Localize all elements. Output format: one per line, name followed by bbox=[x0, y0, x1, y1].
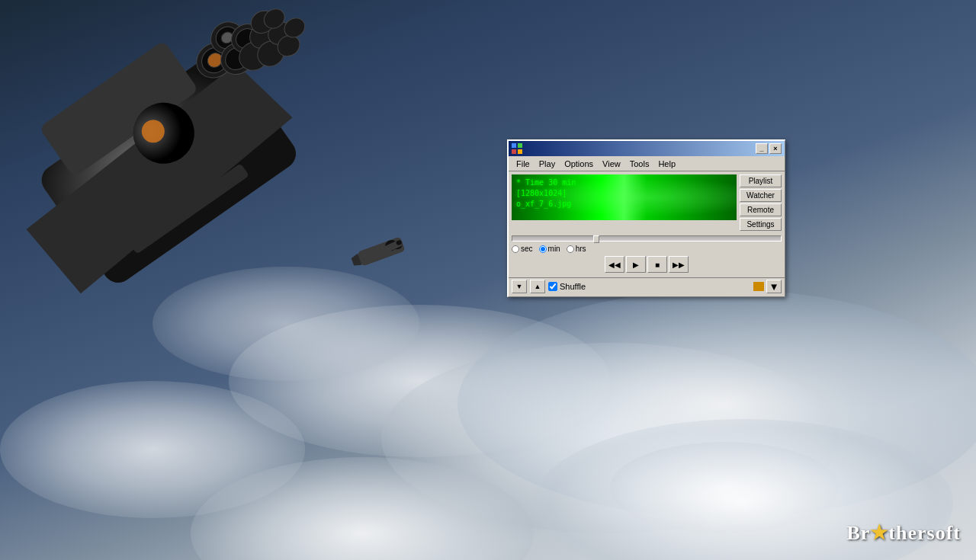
radio-sec-text: sec bbox=[521, 245, 533, 253]
app-icon bbox=[512, 143, 522, 154]
shuffle-label[interactable]: Shuffle bbox=[548, 282, 586, 291]
menu-help[interactable]: Help bbox=[653, 158, 680, 170]
title-bar: _ × bbox=[509, 141, 785, 156]
preview-text-overlay: * Time 30 min [1280x1024] o_xf_7_6.jpg bbox=[516, 178, 576, 210]
menu-options[interactable]: Options bbox=[560, 158, 598, 170]
forward-button[interactable]: ▶▶ bbox=[669, 256, 689, 273]
time-unit-row: sec min hrs bbox=[512, 245, 782, 253]
app-window: _ × File Play Options View Tools Help * … bbox=[507, 139, 785, 297]
remote-button[interactable]: Remote bbox=[740, 203, 782, 216]
menu-file[interactable]: File bbox=[512, 158, 535, 170]
expand-button[interactable]: ▼ bbox=[766, 280, 782, 293]
preview-line2: [1280x1024] bbox=[516, 188, 576, 199]
menu-bar: File Play Options View Tools Help bbox=[509, 156, 785, 171]
radio-min[interactable] bbox=[539, 245, 547, 253]
radio-min-label[interactable]: min bbox=[539, 245, 560, 253]
cloud-layer bbox=[0, 0, 976, 560]
seek-thumb[interactable] bbox=[593, 235, 599, 243]
radio-min-text: min bbox=[548, 245, 560, 253]
menu-view[interactable]: View bbox=[598, 158, 625, 170]
radio-sec-label[interactable]: sec bbox=[512, 245, 533, 253]
radio-hrs[interactable] bbox=[567, 245, 574, 253]
preview-line1: * Time 30 min bbox=[516, 178, 576, 188]
shuffle-text: Shuffle bbox=[560, 282, 586, 291]
close-button[interactable]: × bbox=[769, 143, 782, 154]
menu-play[interactable]: Play bbox=[535, 158, 560, 170]
branding-logo: Br★thersoft bbox=[846, 521, 961, 545]
scroll-up-button[interactable]: ▲ bbox=[530, 280, 545, 293]
side-buttons-panel: Playlist Watcher Remote Settings bbox=[740, 174, 782, 231]
branding-text-left: Br bbox=[846, 522, 870, 544]
svg-rect-33 bbox=[518, 143, 522, 148]
status-indicator-1 bbox=[753, 282, 764, 291]
seek-track bbox=[512, 236, 781, 241]
seek-bar[interactable] bbox=[512, 235, 782, 242]
radio-hrs-text: hrs bbox=[576, 245, 586, 253]
shuffle-checkbox[interactable] bbox=[548, 282, 557, 291]
preview-display: * Time 30 min [1280x1024] o_xf_7_6.jpg bbox=[512, 174, 737, 220]
main-content-area: * Time 30 min [1280x1024] o_xf_7_6.jpg P… bbox=[509, 171, 785, 234]
playlist-button[interactable]: Playlist bbox=[740, 174, 782, 187]
radio-hrs-label[interactable]: hrs bbox=[567, 245, 586, 253]
transport-controls: ◀◀ ▶ ■ ▶▶ bbox=[512, 256, 782, 273]
preview-line3: o_xf_7_6.jpg bbox=[516, 199, 576, 210]
svg-rect-32 bbox=[512, 143, 516, 148]
bottom-row: ▼ ▲ Shuffle ▼ bbox=[509, 277, 785, 296]
branding-text-right: thersoft bbox=[888, 522, 961, 544]
rewind-button[interactable]: ◀◀ bbox=[605, 256, 624, 273]
stop-button[interactable]: ■ bbox=[647, 256, 667, 273]
svg-rect-35 bbox=[518, 149, 522, 154]
controls-section: sec min hrs ◀◀ ▶ ■ ▶▶ bbox=[509, 234, 785, 277]
watcher-button[interactable]: Watcher bbox=[740, 189, 782, 202]
title-bar-buttons: _ × bbox=[756, 143, 782, 154]
scroll-down-button[interactable]: ▼ bbox=[512, 280, 527, 293]
radio-sec[interactable] bbox=[512, 245, 519, 253]
title-bar-left bbox=[512, 143, 522, 154]
play-button[interactable]: ▶ bbox=[626, 256, 646, 273]
svg-rect-34 bbox=[512, 149, 516, 154]
menu-tools[interactable]: Tools bbox=[625, 158, 654, 170]
branding-star: ★ bbox=[870, 522, 888, 544]
minimize-button[interactable]: _ bbox=[756, 143, 768, 154]
settings-button[interactable]: Settings bbox=[740, 218, 782, 231]
